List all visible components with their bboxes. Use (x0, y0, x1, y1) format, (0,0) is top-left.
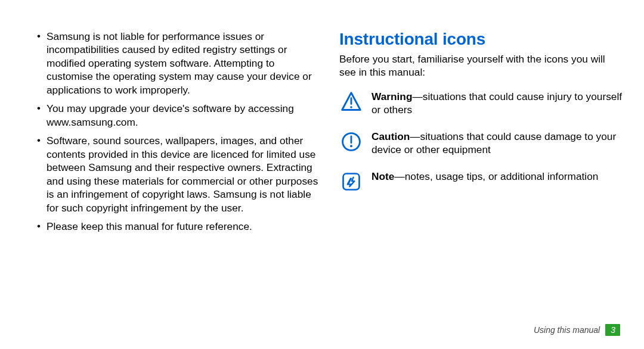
svg-point-2 (350, 106, 352, 108)
icon-row-text: Warning—situations that could cause inju… (371, 90, 624, 117)
left-column: Samsung is not liable for performance is… (37, 30, 335, 335)
icon-row-text: Note—notes, usage tips, or additional in… (371, 170, 624, 183)
bullet-text: You may upgrade your device's software b… (47, 102, 294, 127)
note-icon (339, 170, 363, 194)
bullet-text: Samsung is not liable for performance is… (47, 30, 312, 96)
svg-point-5 (350, 145, 352, 147)
icon-row-text: Caution—situations that could cause dama… (371, 130, 624, 157)
icon-label: Caution (371, 130, 410, 142)
list-item: You may upgrade your device's software b… (37, 102, 321, 129)
page-footer: Using this manual 3 (534, 324, 620, 336)
manual-page: Samsung is not liable for performance is… (0, 0, 644, 349)
icon-label: Note (371, 170, 394, 182)
caution-icon (339, 130, 363, 154)
icon-label: Warning (371, 91, 412, 102)
icon-desc: —notes, usage tips, or additional inform… (394, 170, 598, 182)
svg-rect-6 (343, 173, 360, 189)
list-item: Please keep this manual for future refer… (37, 220, 321, 233)
bullet-text: Software, sound sources, wallpapers, ima… (47, 135, 318, 213)
bullet-text: Please keep this manual for future refer… (47, 220, 252, 232)
icon-row-note: Note—notes, usage tips, or additional in… (339, 170, 624, 194)
page-number-badge: 3 (605, 324, 620, 336)
footer-label: Using this manual (534, 325, 600, 335)
section-title: Instructional icons (339, 30, 624, 49)
list-item: Samsung is not liable for performance is… (37, 30, 321, 96)
list-item: Software, sound sources, wallpapers, ima… (37, 134, 321, 214)
section-intro: Before you start, familiarise yourself w… (339, 52, 624, 79)
warning-icon (339, 90, 363, 114)
icon-row-caution: Caution—situations that could cause dama… (339, 130, 624, 157)
icon-definitions: Warning—situations that could cause inju… (339, 90, 624, 194)
right-column: Instructional icons Before you start, fa… (335, 30, 624, 335)
bullet-list: Samsung is not liable for performance is… (37, 30, 321, 233)
icon-row-warning: Warning—situations that could cause inju… (339, 90, 624, 117)
